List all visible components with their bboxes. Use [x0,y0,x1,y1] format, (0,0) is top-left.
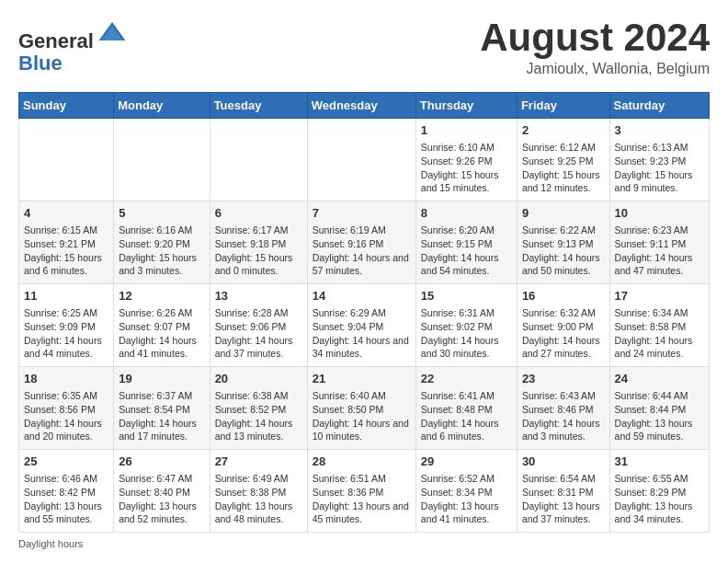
calendar-day-cell: 9Sunrise: 6:22 AMSunset: 9:13 PMDaylight… [517,201,609,284]
calendar-day-cell [210,119,307,201]
calendar-day-cell: 20Sunrise: 6:38 AMSunset: 8:52 PMDayligh… [210,367,307,450]
calendar-week-row: 25Sunrise: 6:46 AMSunset: 8:42 PMDayligh… [19,450,710,533]
day-info: Sunrise: 6:51 AMSunset: 8:36 PMDaylight:… [313,472,411,526]
calendar-day-cell: 5Sunrise: 6:16 AMSunset: 9:20 PMDaylight… [114,201,210,284]
calendar-day-cell: 14Sunrise: 6:29 AMSunset: 9:04 PMDayligh… [307,284,415,367]
calendar-day-cell: 6Sunrise: 6:17 AMSunset: 9:18 PMDaylight… [210,201,307,284]
day-number: 26 [119,454,204,470]
day-number: 2 [522,122,605,139]
day-info: Sunrise: 6:38 AMSunset: 8:52 PMDaylight:… [215,389,302,443]
calendar-day-cell: 8Sunrise: 6:20 AMSunset: 9:15 PMDaylight… [415,201,517,284]
calendar-day-cell: 3Sunrise: 6:13 AMSunset: 9:23 PMDaylight… [609,119,709,201]
calendar-day-cell: 23Sunrise: 6:43 AMSunset: 8:46 PMDayligh… [517,367,609,450]
title-block: August 2024 Jamioulx, Wallonia, Belgium [480,18,710,77]
calendar-day-cell: 28Sunrise: 6:51 AMSunset: 8:36 PMDayligh… [307,450,415,533]
day-info: Sunrise: 6:46 AMSunset: 8:42 PMDaylight:… [24,472,108,526]
day-of-week-header: Wednesday [307,93,415,119]
calendar-day-cell: 13Sunrise: 6:28 AMSunset: 9:06 PMDayligh… [210,284,307,367]
day-number: 4 [24,205,108,222]
month-title: August 2024 [480,18,710,57]
day-number: 21 [313,371,411,387]
day-number: 28 [313,454,411,470]
day-number: 25 [24,454,108,470]
calendar-day-cell: 31Sunrise: 6:55 AMSunset: 8:29 PMDayligh… [609,450,709,533]
day-info: Sunrise: 6:31 AMSunset: 9:02 PMDaylight:… [421,306,512,361]
day-number: 22 [421,371,512,387]
daylight-label: Daylight hours [18,538,83,549]
location: Jamioulx, Wallonia, Belgium [480,61,710,77]
calendar-day-cell: 18Sunrise: 6:35 AMSunset: 8:56 PMDayligh… [19,367,114,450]
day-of-week-header: Sunday [19,93,114,119]
logo: General Blue [18,18,127,75]
calendar-day-cell: 29Sunrise: 6:52 AMSunset: 8:34 PMDayligh… [415,450,517,533]
day-number: 3 [615,122,704,139]
calendar-day-cell: 22Sunrise: 6:41 AMSunset: 8:48 PMDayligh… [415,367,517,450]
calendar-day-cell: 4Sunrise: 6:15 AMSunset: 9:21 PMDaylight… [19,201,114,284]
day-number: 14 [313,288,411,304]
calendar-day-cell: 24Sunrise: 6:44 AMSunset: 8:44 PMDayligh… [609,367,709,450]
calendar-day-cell: 19Sunrise: 6:37 AMSunset: 8:54 PMDayligh… [114,367,210,450]
calendar-day-cell: 1Sunrise: 6:10 AMSunset: 9:26 PMDaylight… [415,119,517,201]
day-number: 5 [119,205,204,222]
calendar-day-cell: 17Sunrise: 6:34 AMSunset: 8:58 PMDayligh… [609,284,709,367]
day-info: Sunrise: 6:20 AMSunset: 9:15 PMDaylight:… [421,224,512,278]
calendar-day-cell: 21Sunrise: 6:40 AMSunset: 8:50 PMDayligh… [307,367,415,450]
day-number: 20 [215,371,302,387]
day-number: 15 [421,288,512,304]
day-info: Sunrise: 6:16 AMSunset: 9:20 PMDaylight:… [119,224,204,278]
day-info: Sunrise: 6:34 AMSunset: 8:58 PMDaylight:… [615,306,704,361]
calendar-day-cell [307,119,415,201]
day-info: Sunrise: 6:44 AMSunset: 8:44 PMDaylight:… [615,389,704,443]
day-number: 24 [615,371,704,387]
day-info: Sunrise: 6:35 AMSunset: 8:56 PMDaylight:… [24,389,108,443]
day-info: Sunrise: 6:13 AMSunset: 9:23 PMDaylight:… [615,141,704,195]
logo-general: General [18,29,94,52]
day-number: 16 [522,288,605,304]
day-of-week-header: Tuesday [210,93,307,119]
day-number: 17 [615,288,704,304]
day-number: 27 [215,454,302,470]
calendar-day-cell: 10Sunrise: 6:23 AMSunset: 9:11 PMDayligh… [609,201,709,284]
calendar-day-cell [114,119,210,201]
logo-icon [97,18,127,48]
calendar-day-cell: 2Sunrise: 6:12 AMSunset: 9:25 PMDaylight… [517,119,609,201]
day-info: Sunrise: 6:29 AMSunset: 9:04 PMDaylight:… [313,306,411,361]
day-info: Sunrise: 6:52 AMSunset: 8:34 PMDaylight:… [421,472,512,526]
calendar-day-cell: 7Sunrise: 6:19 AMSunset: 9:16 PMDaylight… [307,201,415,284]
calendar-day-cell: 15Sunrise: 6:31 AMSunset: 9:02 PMDayligh… [415,284,517,367]
calendar-day-cell: 27Sunrise: 6:49 AMSunset: 8:38 PMDayligh… [210,450,307,533]
day-number: 19 [119,371,204,387]
day-of-week-header: Friday [517,93,609,119]
calendar-table: SundayMondayTuesdayWednesdayThursdayFrid… [18,92,710,533]
calendar-day-cell: 16Sunrise: 6:32 AMSunset: 9:00 PMDayligh… [517,284,609,367]
day-number: 29 [421,454,512,470]
day-info: Sunrise: 6:37 AMSunset: 8:54 PMDaylight:… [119,389,204,443]
calendar-week-row: 18Sunrise: 6:35 AMSunset: 8:56 PMDayligh… [19,367,710,450]
day-info: Sunrise: 6:43 AMSunset: 8:46 PMDaylight:… [522,389,605,443]
logo-blue: Blue [18,52,63,75]
day-info: Sunrise: 6:47 AMSunset: 8:40 PMDaylight:… [119,472,204,526]
day-number: 30 [522,454,605,470]
calendar-day-cell: 11Sunrise: 6:25 AMSunset: 9:09 PMDayligh… [19,284,114,367]
calendar-day-cell: 25Sunrise: 6:46 AMSunset: 8:42 PMDayligh… [19,450,114,533]
day-of-week-header: Monday [114,93,210,119]
day-number: 18 [24,371,108,387]
day-number: 7 [313,205,411,222]
day-info: Sunrise: 6:26 AMSunset: 9:07 PMDaylight:… [119,306,204,361]
day-info: Sunrise: 6:10 AMSunset: 9:26 PMDaylight:… [421,141,512,195]
day-number: 12 [119,288,204,304]
day-number: 23 [522,371,605,387]
day-info: Sunrise: 6:32 AMSunset: 9:00 PMDaylight:… [522,306,605,361]
day-info: Sunrise: 6:49 AMSunset: 8:38 PMDaylight:… [215,472,302,526]
day-number: 13 [215,288,302,304]
day-number: 11 [24,288,108,304]
day-info: Sunrise: 6:19 AMSunset: 9:16 PMDaylight:… [313,224,411,278]
day-info: Sunrise: 6:15 AMSunset: 9:21 PMDaylight:… [24,224,108,278]
day-number: 10 [615,205,704,222]
day-number: 1 [421,122,512,139]
calendar-day-cell: 30Sunrise: 6:54 AMSunset: 8:31 PMDayligh… [517,450,609,533]
day-info: Sunrise: 6:22 AMSunset: 9:13 PMDaylight:… [522,224,605,278]
day-info: Sunrise: 6:54 AMSunset: 8:31 PMDaylight:… [522,472,605,526]
day-number: 6 [215,205,302,222]
calendar-day-cell [19,119,114,201]
